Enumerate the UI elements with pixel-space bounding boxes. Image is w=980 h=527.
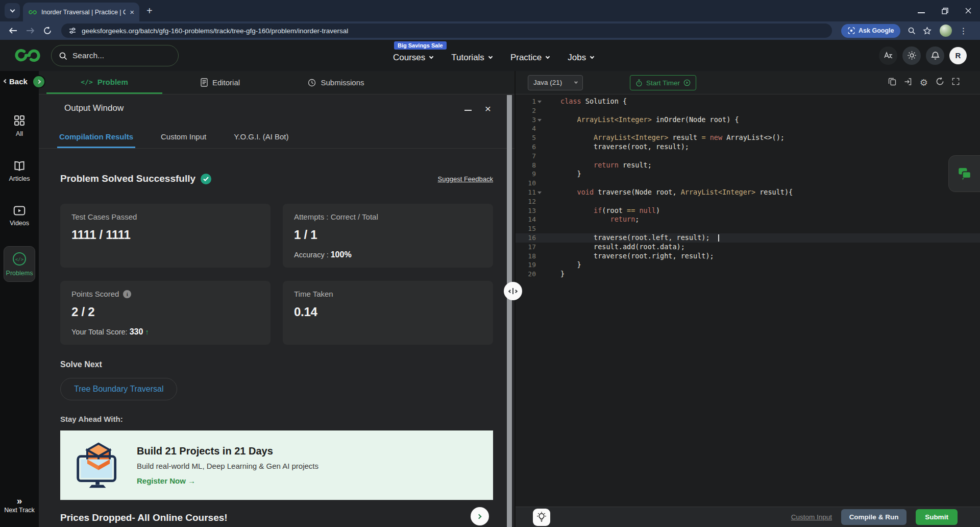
- rail-item-articles[interactable]: Articles: [9, 161, 30, 182]
- up-arrow-icon: ↑: [145, 328, 149, 336]
- output-close-icon[interactable]: ×: [485, 103, 491, 114]
- code-line[interactable]: 15: [516, 224, 980, 233]
- code-line[interactable]: 12: [516, 197, 980, 206]
- promo-next-button[interactable]: [471, 507, 489, 525]
- chevron-right-icon: [477, 514, 482, 519]
- code-line[interactable]: 3 ArrayList<Integer> inOrder(Node root) …: [516, 115, 980, 125]
- tab-problem[interactable]: </> Problem: [46, 71, 162, 94]
- reload-button[interactable]: [39, 27, 56, 35]
- code-line[interactable]: 5 ArrayList<Integer> result = new ArrayL…: [516, 133, 980, 142]
- code-line[interactable]: 6 traverse(root, result);: [516, 142, 980, 152]
- url-bar[interactable]: geeksforgeeks.org/batch/gfg-160-problems…: [61, 23, 832, 38]
- rail-item-problems[interactable]: </> Problems: [4, 246, 35, 282]
- submit-button[interactable]: Submit: [916, 509, 958, 525]
- next-problem-button[interactable]: Tree Boundary Traversal: [60, 378, 177, 400]
- tab-custom-input[interactable]: Custom Input: [159, 132, 208, 148]
- nav-item-courses[interactable]: Courses: [393, 53, 433, 63]
- editor-toolbar: Java (21) Start Timer ⚙: [516, 71, 980, 94]
- browser-toolbar: geeksforgeeks.org/batch/gfg-160-problems…: [0, 21, 980, 40]
- back-button[interactable]: [4, 27, 21, 34]
- theme-toggle-sun-icon[interactable]: [902, 46, 921, 65]
- info-icon[interactable]: i: [123, 290, 131, 298]
- copy-icon[interactable]: [888, 77, 896, 88]
- profile-avatar[interactable]: R: [949, 47, 967, 64]
- code-line[interactable]: 18 traverse(root.right, result);: [516, 252, 980, 261]
- gfg-logo[interactable]: [13, 47, 42, 63]
- search-input[interactable]: [72, 51, 159, 60]
- code-line[interactable]: 13 if(root == null): [516, 206, 980, 215]
- tab-submissions[interactable]: Submissions: [278, 71, 394, 94]
- browser-profile-avatar[interactable]: [940, 25, 952, 37]
- compile-run-button[interactable]: Compile & Run: [841, 509, 906, 525]
- browser-tab[interactable]: Inorder Traversal | Practice | Gee ×: [23, 3, 139, 21]
- language-select[interactable]: Java (21): [528, 75, 583, 90]
- search-tabs-icon[interactable]: [908, 27, 916, 35]
- custom-input-link[interactable]: Custom Input: [791, 513, 832, 521]
- nav-item-practice[interactable]: Practice: [510, 53, 549, 63]
- translate-icon[interactable]: [879, 46, 897, 65]
- chevron-down-icon: [590, 54, 594, 58]
- chat-widget-button[interactable]: [948, 155, 980, 192]
- notifications-bell-icon[interactable]: [926, 46, 944, 65]
- tab-search-button[interactable]: [5, 3, 20, 18]
- solve-next-heading: Solve Next: [60, 360, 493, 369]
- register-now-link[interactable]: Register Now →: [137, 476, 318, 485]
- tab-compilation-results[interactable]: Compilation Results: [57, 132, 135, 148]
- code-line[interactable]: 14 return;: [516, 215, 980, 224]
- splitter-handle[interactable]: [504, 282, 522, 300]
- site-search[interactable]: [51, 45, 179, 66]
- code-line[interactable]: 20}: [516, 270, 980, 279]
- panel-scrollbar[interactable]: [507, 95, 512, 527]
- new-tab-button[interactable]: +: [146, 5, 153, 17]
- settings-gear-icon[interactable]: ⚙: [920, 78, 928, 87]
- code-line[interactable]: 19 }: [516, 260, 980, 270]
- code-line[interactable]: 16 traverse(root.left, result);: [516, 233, 980, 243]
- back-button-track[interactable]: Back: [0, 71, 39, 91]
- suggest-feedback-link[interactable]: Suggest Feedback: [438, 175, 493, 183]
- url-text: geeksforgeeks.org/batch/gfg-160-problems…: [82, 27, 348, 35]
- code-line[interactable]: 11 void traverse(Node root, ArrayList<In…: [516, 188, 980, 197]
- site-info-icon[interactable]: [68, 27, 77, 35]
- text-cursor: [718, 234, 719, 242]
- start-timer-button[interactable]: Start Timer: [630, 75, 696, 90]
- document-icon: [201, 78, 208, 87]
- promo-banner[interactable]: Build 21 Projects in 21 Days Build real-…: [60, 430, 493, 500]
- code-line[interactable]: 8 return result;: [516, 161, 980, 170]
- line-number: 14: [516, 215, 542, 224]
- nav-item-jobs[interactable]: Jobs: [568, 53, 594, 63]
- tab-yogi-ai-bot[interactable]: Y.O.G.I. (AI Bot): [232, 132, 290, 148]
- window-minimize-button[interactable]: [910, 0, 933, 21]
- code-line[interactable]: 9 }: [516, 170, 980, 179]
- code-line[interactable]: 4: [516, 124, 980, 133]
- window-restore-button[interactable]: [933, 0, 957, 21]
- expand-sidebar-button[interactable]: [32, 75, 45, 88]
- code-line[interactable]: 1class Solution {: [516, 97, 980, 106]
- next-track-button[interactable]: » Next Track: [4, 496, 35, 514]
- tab-editorial[interactable]: Editorial: [162, 71, 278, 94]
- output-minimize-button[interactable]: [464, 104, 472, 113]
- code-line[interactable]: 17 result.add(root.data);: [516, 243, 980, 252]
- rail-item-all[interactable]: All: [14, 115, 25, 137]
- bookmark-star-icon[interactable]: [923, 27, 932, 35]
- reset-code-icon[interactable]: [936, 77, 944, 88]
- chevron-down-icon: [546, 54, 550, 58]
- left-rail: Back All Articles Videos </> Problems »: [0, 71, 39, 527]
- window-close-button[interactable]: [957, 0, 980, 21]
- browser-menu-icon[interactable]: ⋮: [959, 26, 967, 36]
- fullscreen-icon[interactable]: [952, 78, 960, 87]
- chevron-down-icon: [429, 54, 433, 58]
- code-line[interactable]: 10: [516, 179, 980, 188]
- rail-item-videos[interactable]: Videos: [10, 206, 29, 227]
- code-editor[interactable]: 1class Solution {23 ArrayList<Integer> i…: [516, 94, 980, 507]
- resize-right-icon: [514, 289, 518, 293]
- code-icon: </>: [81, 78, 92, 86]
- code-line[interactable]: 2: [516, 106, 980, 115]
- tab-close-icon[interactable]: ×: [130, 8, 134, 16]
- nav-item-tutorials[interactable]: Tutorials: [451, 53, 492, 63]
- code-line[interactable]: 7: [516, 152, 980, 161]
- hint-bulb-button[interactable]: [533, 509, 550, 526]
- forward-button[interactable]: [21, 27, 39, 34]
- line-number: 4: [516, 124, 542, 133]
- import-code-icon[interactable]: [904, 78, 912, 88]
- ask-google-button[interactable]: Ask Google: [841, 24, 900, 38]
